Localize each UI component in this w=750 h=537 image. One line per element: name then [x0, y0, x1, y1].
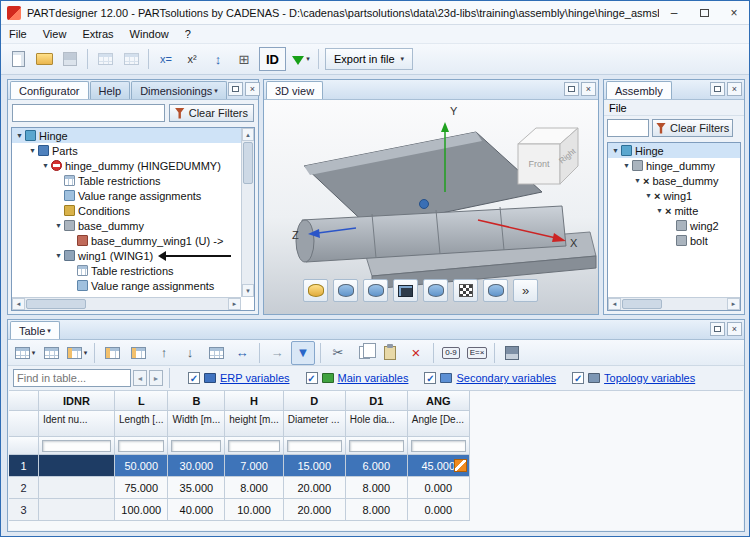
horizontal-scrollbar[interactable]: ◄ ►: [12, 297, 241, 310]
scroll-left-button[interactable]: ◄: [12, 298, 25, 310]
column-header-d[interactable]: D: [284, 391, 346, 411]
menu-file[interactable]: File: [1, 26, 35, 42]
move-row-up-button[interactable]: ↑: [152, 341, 176, 365]
render-mode-button[interactable]: [423, 279, 448, 302]
cell-b[interactable]: 30.000: [168, 455, 225, 477]
cell-d[interactable]: 20.000: [284, 499, 346, 521]
texture-button[interactable]: [453, 279, 478, 302]
export-in-file-button[interactable]: Export in file ▾: [325, 48, 413, 70]
compare-tables-button[interactable]: [204, 341, 228, 365]
cell-ang[interactable]: 0.000: [408, 499, 470, 521]
assembly-search-input[interactable]: [607, 119, 649, 137]
tree-item-value-range-assignments[interactable]: Value range assignments: [12, 188, 241, 203]
tab-assembly[interactable]: Assembly: [606, 81, 672, 99]
checkbox-label[interactable]: Topology variables: [604, 372, 695, 384]
scroll-right-button[interactable]: ►: [228, 298, 241, 310]
cell-d1[interactable]: 8.000: [346, 499, 408, 521]
feature-cube-button[interactable]: ⊞: [232, 47, 256, 71]
delete-row-button[interactable]: ×: [404, 341, 428, 365]
tree-item-wing2[interactable]: wing2: [608, 218, 740, 233]
minimize-button[interactable]: –: [659, 1, 689, 24]
tree-item-value-range-assignments[interactable]: Value range assignments: [12, 278, 241, 293]
float-panel-button[interactable]: [710, 82, 725, 96]
close-panel-button[interactable]: ×: [581, 82, 596, 96]
material-database-button[interactable]: [303, 279, 328, 302]
cell-h[interactable]: 7.000: [225, 455, 283, 477]
3d-viewport[interactable]: Y Z X Front Right »: [264, 100, 598, 314]
table-row-2[interactable]: 275.00035.0008.00020.0008.0000.000: [9, 477, 470, 499]
table-row-3[interactable]: 3100.00040.00010.00020.0008.0000.000: [9, 499, 470, 521]
expander-icon[interactable]: ▼: [40, 162, 51, 169]
vertical-scrollbar[interactable]: ▲ ▼: [241, 128, 254, 297]
tree-item-hinge[interactable]: ▼Hinge: [12, 128, 241, 143]
apply-row-button[interactable]: ▼: [291, 341, 315, 365]
title-bar[interactable]: PARTdesigner 12.00 - PARTsolutions by CA…: [1, 1, 749, 25]
tree-item-bolt[interactable]: bolt: [608, 233, 740, 248]
tree-item-wing1-wing1[interactable]: ▼wing1 (WING1): [12, 248, 241, 263]
cell-ang[interactable]: 45.000: [408, 455, 470, 477]
expander-icon[interactable]: ▼: [654, 207, 665, 214]
float-panel-button[interactable]: [710, 322, 725, 336]
cell-d1[interactable]: 8.000: [346, 477, 408, 499]
horizontal-scrollbar[interactable]: ◄ ►: [608, 297, 740, 310]
tree-item-base-dummy[interactable]: ▼×base_dummy: [608, 173, 740, 188]
checkbox-box[interactable]: ✓: [572, 372, 584, 384]
find-previous-button[interactable]: ◄: [133, 370, 147, 386]
float-panel-button[interactable]: [228, 82, 243, 96]
expander-icon[interactable]: ▼: [632, 177, 643, 184]
tree-item-hinge-dummy-hingedummy[interactable]: ▼hinge_dummy (HINGEDUMMY): [12, 158, 241, 173]
tree-item-base-dummy[interactable]: ▼base_dummy: [12, 218, 241, 233]
copy-button[interactable]: [352, 341, 376, 365]
column-header-d1[interactable]: D1: [346, 391, 408, 411]
cell-b[interactable]: 40.000: [168, 499, 225, 521]
new-document-button[interactable]: [6, 47, 30, 71]
column-filter-input[interactable]: [411, 440, 466, 452]
column-filter-input[interactable]: [118, 440, 164, 452]
numeric-filter-button[interactable]: 0-9: [439, 341, 463, 365]
cell-l[interactable]: 75.000: [115, 477, 168, 499]
row-header[interactable]: 2: [9, 477, 39, 499]
column-header-l[interactable]: L: [115, 391, 168, 411]
scroll-down-button[interactable]: ▼: [242, 284, 254, 297]
cell-d1[interactable]: 6.000: [346, 455, 408, 477]
row-header[interactable]: 3: [9, 499, 39, 521]
expander-icon[interactable]: ▼: [643, 192, 654, 199]
id-button[interactable]: ID: [259, 47, 286, 71]
close-panel-button[interactable]: ×: [727, 82, 742, 96]
transfer-row-button[interactable]: →: [265, 341, 289, 365]
tab-3d-view[interactable]: 3D view: [266, 81, 323, 99]
dimensioning-button[interactable]: [363, 279, 388, 302]
menu-window[interactable]: Window: [122, 26, 177, 42]
menu-help[interactable]: ?: [177, 26, 199, 42]
cell-idnr[interactable]: [39, 455, 115, 477]
column-header-h[interactable]: H: [225, 391, 283, 411]
variable-manager-button[interactable]: x=: [154, 47, 178, 71]
checkbox-box[interactable]: ✓: [188, 372, 200, 384]
close-panel-button[interactable]: ×: [245, 82, 260, 96]
checkbox-box[interactable]: ✓: [306, 372, 318, 384]
checkbox-label[interactable]: ERP variables: [220, 372, 290, 384]
formula-editor-button[interactable]: x²: [180, 47, 204, 71]
tree-item-conditions[interactable]: Conditions: [12, 203, 241, 218]
origin-sphere[interactable]: [420, 200, 429, 209]
cell-d[interactable]: 15.000: [284, 455, 346, 477]
checkbox-secondary-variables[interactable]: ✓Secondary variables: [424, 372, 556, 384]
expander-icon[interactable]: ▼: [621, 162, 632, 169]
table-options-button[interactable]: ▾: [13, 341, 37, 365]
save-table-button[interactable]: [500, 341, 524, 365]
insert-column-left-button[interactable]: [100, 341, 124, 365]
move-row-down-button[interactable]: ↓: [178, 341, 202, 365]
column-options-button[interactable]: ▾: [65, 341, 89, 365]
export-geometry-button[interactable]: [333, 279, 358, 302]
column-header-b[interactable]: B: [168, 391, 225, 411]
clear-filters-button[interactable]: Clear Filters: [169, 104, 254, 122]
cell-h[interactable]: 10.000: [225, 499, 283, 521]
scroll-thumb[interactable]: [243, 142, 253, 184]
tab-configurator[interactable]: Configurator: [10, 81, 89, 99]
cell-ang[interactable]: 0.000: [408, 477, 470, 499]
save-button[interactable]: [58, 47, 82, 71]
sort-columns-button[interactable]: ↔: [230, 341, 254, 365]
expander-icon[interactable]: ▼: [53, 252, 64, 259]
scroll-right-button[interactable]: ►: [727, 298, 740, 310]
grid-editor-button[interactable]: [119, 47, 143, 71]
